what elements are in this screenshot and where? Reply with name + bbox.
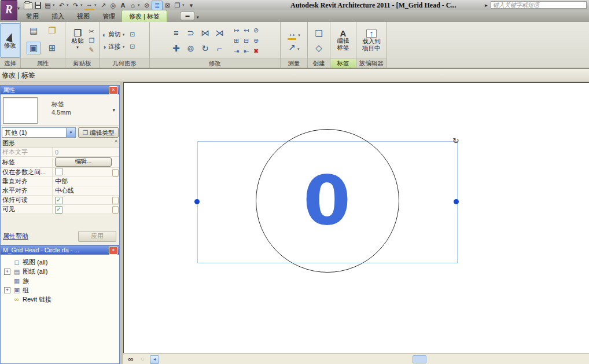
panel-properties-label[interactable]: 属性 — [21, 58, 65, 68]
properties-close-icon[interactable]: × — [109, 86, 118, 94]
measure-icon[interactable]: ↔ — [84, 0, 94, 10]
text-icon[interactable]: A — [118, 1, 128, 10]
rotate-icon[interactable]: ↻ — [201, 43, 209, 54]
print-dropdown-icon[interactable]: ▾ — [53, 3, 57, 8]
panel-clipboard-label[interactable]: 剪贴板 — [65, 58, 99, 68]
tree-item-revit-links[interactable]: ∞ Revit 链接 — [1, 295, 119, 304]
close-hidden-windows-icon[interactable]: ⊠ — [163, 1, 172, 10]
property-value[interactable]: 中心线 — [53, 186, 119, 195]
join-geometry-label[interactable]: 连接 — [108, 42, 121, 51]
minimize-ribbon-button[interactable]: ▬ — [180, 12, 195, 20]
measure-dropdown-icon[interactable]: ▾ — [298, 33, 300, 37]
mirror-pick-axis-icon[interactable]: ⋈ — [201, 28, 209, 38]
search-go-icon[interactable]: ▸ — [485, 2, 488, 8]
tab-home[interactable]: 常用 — [20, 10, 45, 22]
save-icon[interactable] — [33, 1, 43, 10]
associate-parameter-button[interactable] — [112, 169, 119, 177]
undo-icon[interactable]: ↶ — [57, 1, 67, 10]
split-element-icon[interactable]: ↦ — [234, 27, 239, 34]
rotate-handle-icon[interactable]: ↻ — [452, 136, 459, 145]
array-icon[interactable]: ⊞ — [234, 37, 239, 45]
edit-label-button[interactable]: A 编辑 标签 — [336, 30, 351, 52]
family-types-icon[interactable]: ▤ — [30, 25, 38, 36]
delete-icon[interactable]: ✖ — [253, 47, 259, 55]
switch-windows-icon[interactable]: ❐ — [172, 1, 182, 10]
tree-item-groups[interactable]: + ▣ 组 — [1, 285, 119, 295]
collapse-chevron-icon[interactable]: ^ — [115, 139, 116, 146]
panel-family-editor-label[interactable]: 族编辑器 — [356, 58, 386, 68]
cut-dropdown-icon[interactable]: ▾ — [123, 32, 125, 37]
tab-view[interactable]: 视图 — [71, 10, 96, 22]
drag-handle-right[interactable] — [454, 199, 459, 204]
grid-label-text[interactable]: 0 — [256, 129, 398, 271]
expand-icon[interactable]: + — [4, 287, 10, 293]
tab-insert[interactable]: 插入 — [45, 10, 71, 22]
property-value[interactable]: 中部 — [53, 177, 119, 186]
checkbox-checked[interactable]: ✓ — [55, 197, 62, 204]
redo-icon[interactable]: ↷ — [71, 1, 80, 10]
panel-label-label[interactable]: 标签 — [330, 58, 356, 68]
pin-icon[interactable]: ⊕ — [253, 37, 259, 45]
cut-geometry-icon[interactable]: ◐ — [102, 31, 106, 38]
join-geometry-icon[interactable]: ◑ — [102, 43, 106, 50]
properties-help-link[interactable]: 属性帮助 — [3, 232, 28, 241]
measure-dropdown-icon[interactable]: ▾ — [94, 3, 98, 8]
measure-tool-icon[interactable]: ↔ — [288, 28, 296, 40]
section-icon[interactable]: ⊘ — [142, 1, 152, 10]
help-search-input[interactable] — [491, 1, 587, 9]
paste-button[interactable]: ❐ 粘贴 ▾ — [70, 30, 86, 52]
type-selector[interactable]: 标签 4.5mm ▾ — [1, 94, 119, 126]
tree-item-views[interactable]: ◻ 视图 (all) — [1, 258, 119, 267]
associate-parameter-button[interactable] — [112, 206, 119, 214]
panel-geometry-label[interactable]: 几何图形 — [100, 58, 149, 68]
panel-modify-label[interactable]: 修改 — [150, 58, 280, 68]
zoom-icon[interactable]: ○ — [141, 355, 145, 362]
create-control-icon[interactable]: ◇ — [315, 43, 322, 53]
properties-filter-combo[interactable]: 其他 (1) ▼ — [2, 127, 76, 138]
cut-clipboard-icon[interactable]: ✂ — [89, 28, 95, 35]
thin-lines-icon[interactable]: ≣ — [152, 1, 163, 10]
application-menu-button[interactable]: R — [1, 0, 17, 20]
copy-clipboard-icon[interactable]: ❐ — [89, 37, 95, 45]
mirror-draw-axis-icon[interactable]: ⋊ — [215, 28, 224, 38]
match-type-icon[interactable]: ✎ — [89, 46, 95, 54]
modify-tool-button[interactable]: 修改 — [0, 23, 20, 58]
panel-measure-label[interactable]: 测量 — [281, 58, 307, 68]
dimension-dropdown-icon[interactable]: ▾ — [297, 47, 300, 51]
horizontal-scrollbar-thumb[interactable] — [413, 355, 426, 363]
trim-extend-single-icon[interactable]: ⇥ — [234, 47, 239, 55]
panel-create-label[interactable]: 创建 — [308, 58, 330, 68]
tree-item-sheets[interactable]: + ▤ 图纸 (all) — [1, 267, 119, 276]
type-selector-dropdown-icon[interactable]: ▾ — [112, 107, 115, 113]
project-browser-close-icon[interactable]: × — [109, 247, 118, 255]
scroll-left-button[interactable]: ◂ — [150, 355, 159, 364]
customize-qat-icon[interactable]: ▾ — [186, 1, 196, 10]
drag-handle-left[interactable] — [194, 199, 200, 204]
aligned-dimension-tool-icon[interactable]: ↗ — [288, 42, 296, 52]
create-form-icon[interactable]: ❏ — [315, 28, 322, 39]
tab-manage[interactable]: 管理 — [96, 10, 122, 22]
offset-icon[interactable]: ⊃ — [187, 28, 194, 38]
open-icon[interactable] — [23, 1, 33, 10]
steering-wheel-icon[interactable]: ∞ — [128, 355, 133, 363]
copy-icon[interactable]: ⊚ — [187, 43, 194, 54]
group-header-graphics[interactable]: 图形 ^ — [1, 139, 119, 148]
checkbox-unchecked[interactable] — [55, 168, 62, 175]
switch-windows-dropdown-icon[interactable]: ▾ — [182, 3, 186, 8]
join-dropdown-icon[interactable]: ▾ — [123, 45, 125, 49]
tab-modify-label-active[interactable]: 修改 | 标签 — [122, 10, 167, 22]
redo-dropdown-icon[interactable]: ▾ — [80, 3, 84, 8]
panel-select-label[interactable]: 选择 — [0, 58, 20, 68]
apply-button[interactable]: 应用 — [78, 231, 116, 242]
aligned-dimension-icon[interactable]: ↗ — [98, 1, 108, 10]
family-category-icon[interactable]: ❐ — [48, 25, 56, 36]
tree-item-families[interactable]: ▦ 族 — [1, 276, 119, 285]
undo-dropdown-icon[interactable]: ▾ — [67, 3, 71, 8]
3d-dropdown-icon[interactable]: ▾ — [138, 3, 142, 8]
drawing-canvas[interactable]: 0 ↻ — [123, 82, 589, 354]
project-browser-title-bar[interactable]: M_Grid Head - Circle.rfa - ... × — [1, 246, 119, 255]
trim-extend-multi-icon[interactable]: ⇤ — [244, 47, 249, 55]
align-icon[interactable]: ≡ — [174, 28, 179, 38]
checkbox-checked[interactable]: ✓ — [55, 206, 62, 214]
print-icon[interactable]: ▤ — [43, 1, 53, 10]
